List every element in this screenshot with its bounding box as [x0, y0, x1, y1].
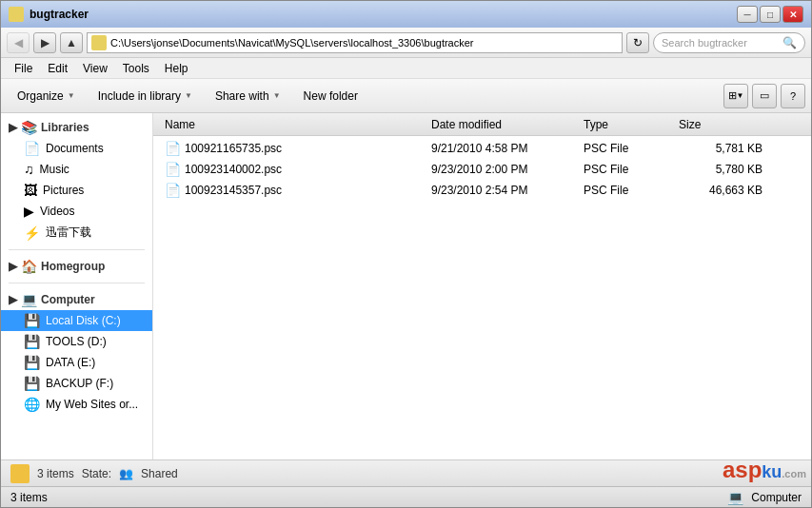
address-bar[interactable]: C:\Users\jonse\Documents\Navicat\MySQL\s…	[87, 32, 623, 53]
computer-label: Computer	[41, 293, 95, 306]
menu-help[interactable]: Help	[157, 60, 196, 77]
organize-button[interactable]: Organize ▼	[7, 83, 86, 109]
sidebar-item-tools[interactable]: 💾 TOOLS (D:)	[1, 331, 152, 352]
table-row[interactable]: 📄 100923140002.psc 9/23/2010 2:00 PM PSC…	[153, 159, 811, 180]
file-list: 📄 100921165735.psc 9/21/2010 4:58 PM PSC…	[153, 136, 811, 459]
share-with-dropdown-arrow: ▼	[273, 91, 281, 100]
main-content: ▶ 📚 Libraries 📄 Documents ♫ Music 🖼 Pict…	[1, 113, 811, 459]
sidebar-homegroup-section: ▶ 🏠 Homegroup	[1, 256, 152, 277]
sidebar-item-tools-label: TOOLS (D:)	[46, 335, 107, 348]
bottom-bar: 3 items 💻 Computer	[1, 486, 811, 507]
file-name: 100921165735.psc	[185, 142, 282, 155]
thunder-icon: ⚡	[24, 225, 40, 241]
window-title: bugtracker	[30, 8, 89, 21]
sidebar-item-documents[interactable]: 📄 Documents	[1, 138, 152, 159]
file-icon: 📄	[165, 162, 181, 177]
local-disk-icon: 💾	[24, 313, 40, 328]
up-button[interactable]: ▲	[60, 32, 83, 53]
organize-label: Organize	[17, 89, 64, 103]
header-type-label: Type	[584, 118, 608, 131]
share-with-button[interactable]: Share with ▼	[205, 83, 291, 109]
bottom-computer-icon: 💻	[727, 490, 743, 505]
data-drive-icon: 💾	[24, 355, 40, 370]
file-date: 9/23/2010 2:54 PM	[426, 184, 578, 197]
minimize-button[interactable]: ─	[737, 6, 758, 23]
forward-button[interactable]: ▶	[33, 32, 56, 53]
back-button[interactable]: ◀	[7, 32, 30, 53]
address-folder-icon	[91, 35, 107, 50]
sidebar-item-pictures-label: Pictures	[43, 184, 84, 197]
sidebar: ▶ 📚 Libraries 📄 Documents ♫ Music 🖼 Pict…	[1, 113, 153, 459]
search-icon[interactable]: 🔍	[782, 35, 797, 50]
header-date-label: Date modified	[431, 118, 502, 131]
maximize-button[interactable]: □	[760, 6, 781, 23]
backup-drive-icon: 💾	[24, 376, 40, 391]
file-type: PSC File	[578, 184, 673, 197]
close-button[interactable]: ✕	[782, 6, 803, 23]
bottom-right: 💻 Computer	[727, 490, 802, 505]
pictures-icon: 🖼	[24, 183, 37, 198]
view-toggle-button[interactable]: ⊞▼	[723, 84, 748, 108]
toolbar-right: ⊞▼ ▭ ?	[723, 84, 805, 108]
sidebar-item-data[interactable]: 💾 DATA (E:)	[1, 352, 152, 373]
status-items-count: 3 items	[37, 467, 74, 480]
menu-tools[interactable]: Tools	[115, 60, 157, 77]
file-type: PSC File	[578, 163, 673, 176]
libraries-expand-icon: ▶	[9, 121, 17, 134]
organize-dropdown-arrow: ▼	[68, 91, 75, 100]
file-date: 9/21/2010 4:58 PM	[426, 142, 578, 155]
menu-view[interactable]: View	[75, 60, 115, 77]
table-row[interactable]: 📄 100923145357.psc 9/23/2010 2:54 PM PSC…	[153, 180, 811, 201]
sidebar-item-backup[interactable]: 💾 BACKUP (F:)	[1, 373, 152, 394]
help-button[interactable]: ?	[781, 84, 805, 108]
table-row[interactable]: 📄 100921165735.psc 9/21/2010 4:58 PM PSC…	[153, 138, 811, 159]
search-bar[interactable]: Search bugtracker 🔍	[653, 32, 805, 53]
file-size: 5,780 KB	[673, 163, 768, 176]
documents-icon: 📄	[24, 141, 40, 156]
file-name: 100923140002.psc	[185, 163, 282, 176]
sidebar-item-pictures[interactable]: 🖼 Pictures	[1, 180, 152, 201]
header-size-label: Size	[679, 118, 701, 131]
sidebar-libraries-header[interactable]: ▶ 📚 Libraries	[1, 117, 152, 138]
nav-bar: ◀ ▶ ▲ C:\Users\jonse\Documents\Navicat\M…	[1, 28, 811, 58]
file-date: 9/23/2010 2:00 PM	[426, 163, 578, 176]
file-icon: 📄	[165, 141, 181, 156]
sidebar-computer-header[interactable]: ▶ 💻 Computer	[1, 289, 152, 310]
sidebar-item-music[interactable]: ♫ Music	[1, 159, 152, 180]
header-type[interactable]: Type	[578, 118, 673, 131]
music-icon: ♫	[24, 162, 34, 177]
header-date-modified[interactable]: Date modified	[426, 118, 578, 131]
new-folder-button[interactable]: New folder	[293, 83, 368, 109]
computer-icon: 💻	[21, 292, 37, 307]
computer-expand-icon: ▶	[9, 293, 17, 306]
status-shared-label: Shared	[141, 467, 178, 480]
status-bar: 3 items State: 👥 Shared	[1, 459, 811, 486]
file-size: 46,663 KB	[673, 184, 768, 197]
toolbar: Organize ▼ Include in library ▼ Share wi…	[1, 79, 811, 113]
file-headers: Name Date modified Type Size	[153, 113, 811, 136]
sidebar-item-local-disk[interactable]: 💾 Local Disk (C:)	[1, 310, 152, 331]
pane-button[interactable]: ▭	[752, 84, 777, 108]
sidebar-item-web-sites[interactable]: 🌐 My Web Sites or...	[1, 394, 152, 415]
sidebar-homegroup-header[interactable]: ▶ 🏠 Homegroup	[1, 256, 152, 277]
homegroup-label: Homegroup	[41, 260, 105, 273]
sidebar-item-videos[interactable]: ▶ Videos	[1, 201, 152, 222]
shared-users-icon: 👥	[119, 467, 133, 480]
header-name[interactable]: Name	[159, 118, 426, 131]
menu-edit[interactable]: Edit	[40, 60, 75, 77]
menu-file[interactable]: File	[7, 60, 40, 77]
bottom-computer-label: Computer	[751, 491, 802, 504]
libraries-icon: 📚	[21, 120, 37, 135]
header-size[interactable]: Size	[673, 118, 768, 131]
bottom-items-label: 3 items	[10, 491, 48, 504]
tools-drive-icon: 💾	[24, 334, 40, 349]
title-bar-left: bugtracker	[9, 7, 89, 22]
sidebar-item-thunder[interactable]: ⚡ 迅雷下载	[1, 222, 152, 244]
sidebar-item-thunder-label: 迅雷下载	[46, 225, 91, 241]
address-text: C:\Users\jonse\Documents\Navicat\MySQL\s…	[110, 37, 474, 49]
include-library-button[interactable]: Include in library ▼	[88, 83, 203, 109]
file-size: 5,781 KB	[673, 142, 768, 155]
refresh-button[interactable]: ↻	[626, 32, 649, 53]
homegroup-expand-icon: ▶	[9, 260, 17, 273]
libraries-label: Libraries	[41, 121, 89, 134]
